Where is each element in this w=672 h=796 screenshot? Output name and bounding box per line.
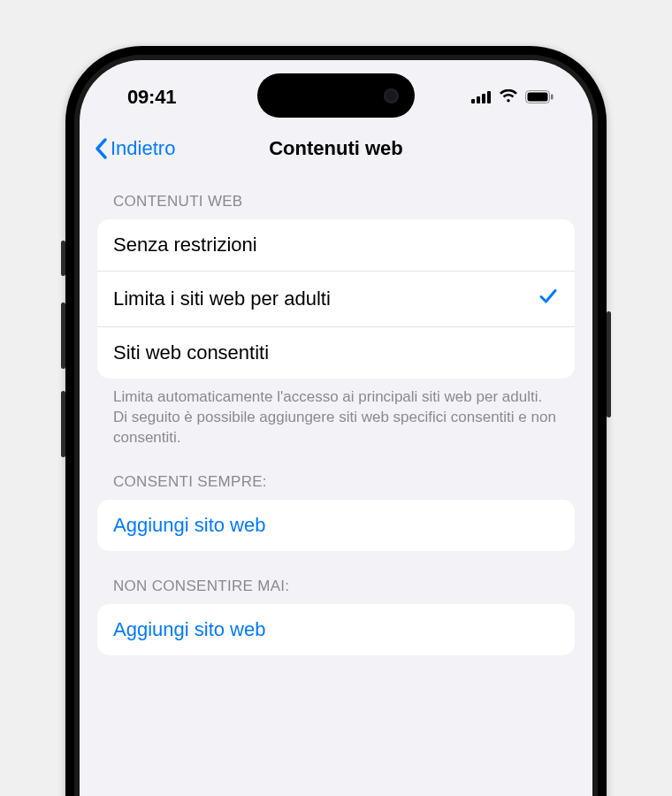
add-website-label: Aggiungi sito web — [113, 618, 265, 641]
front-camera-icon — [384, 88, 399, 103]
section-header-web-content: CONTENUTI WEB — [97, 193, 575, 219]
checkmark-icon — [538, 286, 559, 312]
volume-down-button — [61, 391, 65, 457]
svg-rect-3 — [487, 91, 491, 103]
cellular-icon — [471, 86, 492, 109]
option-label: Siti web consentiti — [113, 341, 269, 364]
section-header-never-allow: NON CONSENTIRE MAI: — [97, 578, 575, 604]
section-footer-web-content: Limita automaticamente l'accesso ai prin… — [97, 379, 575, 473]
add-website-never-button[interactable]: Aggiungi sito web — [97, 604, 575, 655]
back-label: Indietro — [111, 137, 175, 160]
status-icons — [471, 86, 554, 109]
option-limit-adult[interactable]: Limita i siti web per adulti — [97, 272, 575, 327]
section-header-always-allow: CONSENTI SEMPRE: — [97, 473, 575, 500]
power-button — [607, 311, 611, 417]
silent-switch — [61, 241, 65, 276]
never-allow-list: Aggiungi sito web — [97, 604, 575, 655]
svg-rect-5 — [528, 93, 548, 102]
battery-icon — [525, 86, 554, 109]
web-content-options-list: Senza restrizioni Limita i siti web per … — [97, 219, 575, 379]
nav-bar: Indietro Contenuti web — [80, 126, 592, 172]
phone-screen: 09:41 In — [80, 60, 592, 796]
option-label: Limita i siti web per adulti — [113, 287, 331, 310]
option-unrestricted[interactable]: Senza restrizioni — [97, 219, 575, 272]
svg-rect-0 — [471, 99, 475, 103]
chevron-left-icon — [94, 138, 108, 159]
add-website-allow-button[interactable]: Aggiungi sito web — [97, 500, 575, 551]
phone-frame: 09:41 In — [65, 46, 607, 796]
always-allow-list: Aggiungi sito web — [97, 500, 575, 551]
svg-rect-2 — [482, 94, 485, 103]
page-title: Contenuti web — [269, 137, 403, 160]
dynamic-island — [257, 73, 415, 118]
wifi-icon — [499, 86, 518, 109]
back-button[interactable]: Indietro — [94, 137, 175, 160]
option-label: Senza restrizioni — [113, 233, 257, 256]
content-area: CONTENUTI WEB Senza restrizioni Limita i… — [80, 172, 592, 655]
add-website-label: Aggiungi sito web — [113, 514, 265, 537]
svg-rect-1 — [477, 96, 480, 103]
phone-bezel: 09:41 In — [74, 55, 598, 796]
option-allowed-only[interactable]: Siti web consentiti — [97, 327, 575, 379]
status-time: 09:41 — [127, 86, 176, 109]
svg-rect-6 — [551, 95, 554, 100]
volume-up-button — [61, 302, 65, 369]
